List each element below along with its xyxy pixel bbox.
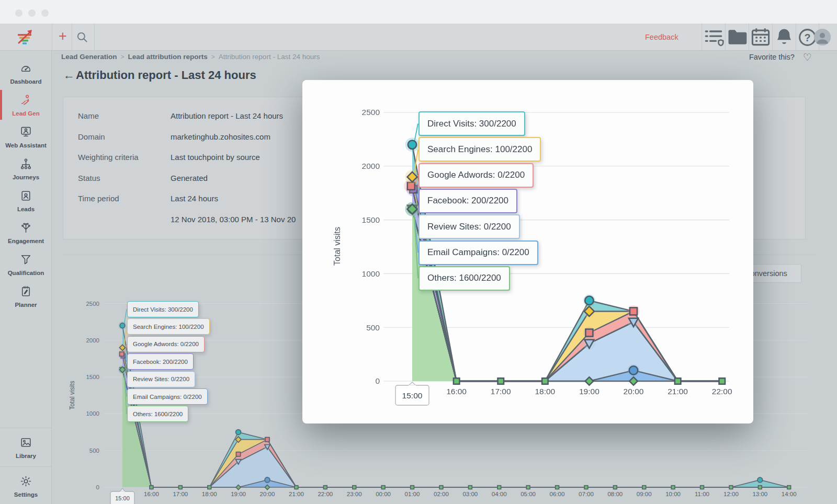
svg-text:Total visits: Total visits [333, 227, 342, 266]
svg-text:15:00: 15:00 [402, 391, 423, 400]
svg-text:500: 500 [366, 323, 380, 332]
svg-text:17:00: 17:00 [491, 387, 511, 396]
svg-text:2000: 2000 [362, 162, 380, 170]
svg-text:2500: 2500 [362, 108, 380, 117]
svg-text:1500: 1500 [362, 215, 380, 224]
attribution-chart-zoomed: 05001000150020002500Total visits16:0017:… [302, 80, 753, 423]
svg-text:21:00: 21:00 [668, 387, 688, 396]
svg-text:0: 0 [375, 376, 380, 385]
svg-text:20:00: 20:00 [624, 387, 644, 396]
svg-text:16:00: 16:00 [446, 387, 467, 396]
svg-text:1000: 1000 [362, 269, 380, 278]
chart-zoom-modal: 05001000150020002500Total visits16:0017:… [302, 80, 753, 423]
svg-text:22:00: 22:00 [712, 387, 732, 396]
svg-text:18:00: 18:00 [535, 387, 555, 396]
svg-text:19:00: 19:00 [579, 387, 600, 396]
